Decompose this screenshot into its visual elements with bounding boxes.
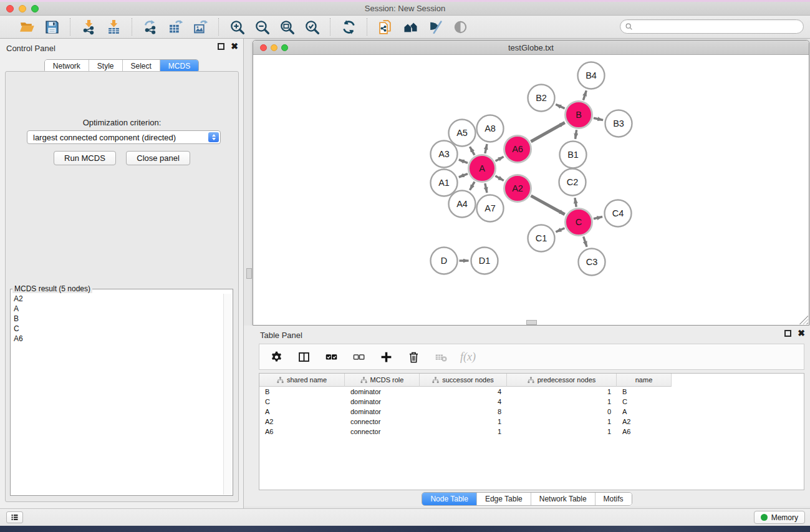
table-row[interactable]: A2connector11A2 bbox=[259, 417, 804, 427]
close-panel-button[interactable]: Close panel bbox=[126, 151, 190, 165]
deselect-all-columns-button[interactable] bbox=[350, 349, 367, 365]
open-file-button[interactable] bbox=[17, 18, 36, 36]
import-network-button[interactable] bbox=[79, 18, 98, 36]
graph-node-B2[interactable]: B2 bbox=[528, 85, 555, 112]
graph-edge-A-A7[interactable] bbox=[485, 183, 487, 193]
graph-edge-A-A2[interactable] bbox=[495, 176, 503, 181]
table-tab-network-table[interactable]: Network Table bbox=[531, 493, 595, 505]
graph-node-A4[interactable]: A4 bbox=[449, 191, 476, 218]
table-cell[interactable]: C bbox=[617, 397, 672, 407]
graph-node-A3[interactable]: A3 bbox=[431, 141, 458, 168]
table-tab-node-table[interactable]: Node Table bbox=[422, 493, 476, 505]
graph-edge-B-B2[interactable] bbox=[556, 104, 564, 108]
save-session-button[interactable] bbox=[42, 18, 61, 36]
select-all-columns-button[interactable] bbox=[323, 349, 339, 365]
table-cell[interactable]: 4 bbox=[420, 387, 507, 397]
graph-node-C2[interactable]: C2 bbox=[559, 169, 586, 196]
table-cell[interactable]: A6 bbox=[617, 427, 672, 437]
graph-node-C4[interactable]: C4 bbox=[605, 200, 632, 227]
first-neighbors-button[interactable] bbox=[401, 18, 420, 36]
column-header-predecessor-nodes[interactable]: predecessor nodes bbox=[507, 374, 617, 387]
table-cell[interactable]: dominator bbox=[345, 407, 420, 417]
export-network-button[interactable] bbox=[141, 18, 160, 36]
graph-node-A8[interactable]: A8 bbox=[477, 115, 504, 142]
graph-node-A7[interactable]: A7 bbox=[477, 195, 504, 222]
table-cell[interactable]: A2 bbox=[259, 417, 345, 427]
zoom-in-button[interactable] bbox=[228, 18, 246, 36]
mcds-result-item[interactable]: A2 bbox=[11, 294, 232, 304]
graph-edge-A-A8[interactable] bbox=[485, 144, 487, 153]
table-row[interactable]: Adominator80A bbox=[259, 407, 804, 417]
tab-mcds[interactable]: MCDS bbox=[160, 60, 198, 72]
close-panel-icon[interactable]: ✖ bbox=[231, 43, 238, 50]
graph-node-D1[interactable]: D1 bbox=[471, 248, 498, 274]
import-table-button[interactable] bbox=[104, 18, 123, 36]
show-tool-list-button[interactable] bbox=[6, 511, 23, 523]
table-cell[interactable]: B bbox=[259, 387, 345, 397]
mcds-result-item[interactable]: A6 bbox=[11, 334, 232, 344]
horizontal-splitter-handle[interactable] bbox=[526, 320, 537, 325]
resize-grip[interactable] bbox=[799, 316, 808, 324]
table-cell[interactable]: A6 bbox=[259, 427, 345, 437]
search-field[interactable] bbox=[620, 19, 804, 34]
graph-edge-C-C2[interactable] bbox=[575, 198, 576, 207]
graph-node-A[interactable]: A bbox=[469, 155, 496, 182]
close-table-panel-icon[interactable]: ✖ bbox=[798, 330, 805, 337]
mcds-result-item[interactable]: C bbox=[11, 324, 232, 334]
table-row[interactable]: Cdominator41C bbox=[259, 397, 804, 407]
table-cell[interactable]: 8 bbox=[420, 407, 507, 417]
column-header-successor-nodes[interactable]: successor nodes bbox=[420, 374, 507, 387]
graph-edge-A-A5[interactable] bbox=[470, 147, 475, 155]
table-cell[interactable]: connector bbox=[345, 427, 420, 437]
graph-edge-A-A1[interactable] bbox=[459, 174, 468, 177]
show-columns-button[interactable] bbox=[296, 349, 312, 365]
vertical-splitter-handle[interactable] bbox=[246, 268, 252, 279]
graph-node-B3[interactable]: B3 bbox=[605, 110, 632, 137]
table-cell[interactable]: 1 bbox=[507, 387, 617, 397]
tab-select[interactable]: Select bbox=[122, 60, 160, 72]
graph-node-A2[interactable]: A2 bbox=[504, 175, 531, 202]
memory-button[interactable]: Memory bbox=[754, 511, 805, 524]
table-cell[interactable]: A2 bbox=[617, 417, 672, 427]
graph-edge-A-A3[interactable] bbox=[459, 160, 468, 163]
graphics-details-button[interactable] bbox=[426, 18, 445, 36]
graph-edge-B-B3[interactable] bbox=[594, 118, 603, 120]
network-window-titlebar[interactable]: testGlobe.txt bbox=[253, 41, 809, 55]
birds-eye-view-button[interactable] bbox=[451, 18, 470, 36]
apply-preferred-layout-button[interactable] bbox=[339, 18, 358, 36]
graph-node-B1[interactable]: B1 bbox=[560, 142, 587, 168]
zoom-selected-button[interactable] bbox=[302, 18, 321, 36]
zoom-out-button[interactable] bbox=[253, 18, 271, 36]
mcds-result-item[interactable]: A bbox=[11, 304, 232, 314]
node-table[interactable]: shared nameMCDS rolesuccessor nodesprede… bbox=[259, 373, 804, 490]
graph-edge-C-C3[interactable] bbox=[584, 236, 587, 246]
search-input[interactable] bbox=[634, 21, 803, 32]
table-row[interactable]: A6connector11A6 bbox=[259, 427, 804, 437]
network-from-selection-button[interactable] bbox=[376, 18, 395, 36]
tab-network[interactable]: Network bbox=[45, 60, 89, 72]
graph-node-A6[interactable]: A6 bbox=[504, 136, 531, 163]
graph-edge-A-A4[interactable] bbox=[470, 181, 475, 190]
mcds-result-item[interactable]: B bbox=[11, 314, 232, 324]
column-header-name[interactable]: name bbox=[617, 374, 672, 387]
graph-node-B4[interactable]: B4 bbox=[578, 62, 605, 89]
export-image-button[interactable] bbox=[191, 18, 210, 36]
graph-node-C[interactable]: C bbox=[566, 209, 592, 236]
graph-node-C1[interactable]: C1 bbox=[528, 225, 555, 252]
graph-edge-B-B4[interactable] bbox=[583, 90, 586, 100]
graph-edge-B-B1[interactable] bbox=[576, 130, 577, 138]
graph-edge-A2-C[interactable] bbox=[531, 196, 564, 215]
table-cell[interactable]: 1 bbox=[507, 417, 617, 427]
float-panel-icon[interactable] bbox=[218, 43, 224, 50]
graph-node-C3[interactable]: C3 bbox=[579, 249, 605, 276]
mcds-result-list[interactable]: A2ABCA6 bbox=[11, 294, 232, 495]
table-cell[interactable]: 1 bbox=[507, 427, 617, 437]
criterion-dropdown[interactable]: largest connected component (directed) bbox=[27, 130, 221, 144]
table-cell[interactable]: dominator bbox=[345, 397, 420, 407]
table-cell[interactable]: C bbox=[259, 397, 345, 407]
export-table-button[interactable] bbox=[166, 18, 185, 36]
table-row[interactable]: Bdominator41B bbox=[259, 387, 804, 397]
table-settings-gear-button[interactable] bbox=[268, 349, 284, 365]
table-tab-motifs[interactable]: Motifs bbox=[595, 493, 632, 505]
table-cell[interactable]: A bbox=[617, 407, 672, 417]
